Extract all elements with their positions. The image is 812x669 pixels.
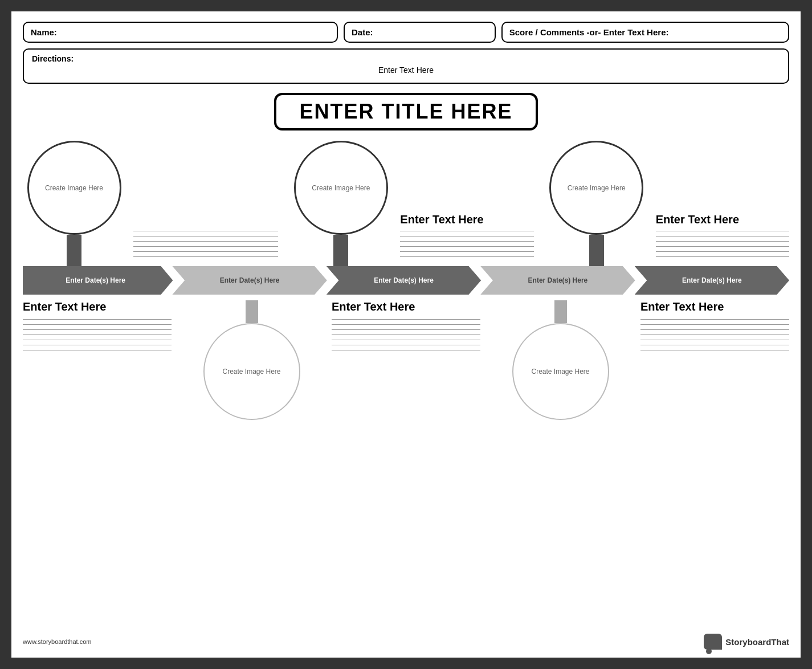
timeline-label-4: Enter Date(s) Here: [528, 276, 588, 284]
bottom-item-4: Create Image Here: [486, 300, 635, 460]
bottom-circle-2: Create Image Here: [512, 323, 609, 420]
title-area: ENTER TITLE HERE: [23, 93, 789, 130]
timeline-label-1: Enter Date(s) Here: [66, 276, 125, 284]
section-title-2: Enter Text Here: [400, 213, 533, 226]
section-title-3: Enter Text Here: [656, 213, 789, 226]
timeline-arrow-5: Enter Date(s) Here: [635, 266, 789, 295]
circle-2: Create Image Here: [294, 141, 388, 235]
lines-block-2: Enter Text Here: [392, 213, 533, 266]
timeline-arrow-3: Enter Date(s) Here: [327, 266, 481, 295]
footer-url: www.storyboardthat.com: [23, 638, 91, 645]
circle-2-text: Create Image Here: [312, 184, 370, 192]
bottom-circle-1-text: Create Image Here: [222, 368, 280, 376]
timeline-label-3: Enter Date(s) Here: [374, 276, 434, 284]
bottom-circle-1: Create Image Here: [203, 323, 300, 420]
bottom-trunk-1: [246, 300, 258, 323]
timeline-arrow-2: Enter Date(s) Here: [172, 266, 327, 295]
bottom-item-2: Create Image Here: [177, 300, 326, 460]
circle-3: Create Image Here: [549, 141, 643, 235]
bottom-item-1: Enter Text Here: [23, 300, 177, 460]
circle-3-text: Create Image Here: [568, 184, 626, 192]
trunk-2: [333, 235, 348, 266]
bottom-item-5: Enter Text Here: [635, 300, 789, 460]
name-label: Name:: [31, 27, 57, 37]
circle-1-text: Create Image Here: [45, 184, 103, 192]
timeline-label-5: Enter Date(s) Here: [682, 276, 742, 284]
bottom-item-3: Enter Text Here: [326, 300, 486, 460]
footer-brand: StoryboardThat: [704, 634, 789, 650]
bottom-trunk-2: [554, 300, 567, 323]
score-label: Score / Comments -or- Enter Text Here:: [509, 27, 669, 37]
timeline-label-2: Enter Date(s) Here: [220, 276, 280, 284]
lines-block-3: Enter Text Here: [648, 213, 789, 266]
brand-name: StoryboardThat: [725, 637, 789, 647]
trunk-3: [589, 235, 604, 266]
circle-1: Create Image Here: [27, 141, 121, 235]
score-field[interactable]: Score / Comments -or- Enter Text Here:: [501, 22, 789, 43]
tree-item-2: Create Image Here Enter Text Here: [278, 141, 533, 266]
main-title[interactable]: ENTER TITLE HERE: [274, 93, 537, 130]
bottom-title-5: Enter Text Here: [640, 300, 789, 313]
footer: www.storyboardthat.com StoryboardThat: [23, 634, 789, 650]
timeline-row: Enter Date(s) Here Enter Date(s) Here En…: [23, 266, 789, 295]
date-label: Date:: [352, 27, 373, 37]
bottom-title-1: Enter Text Here: [23, 300, 172, 313]
tree-item-3: Create Image Here Enter Text Here: [534, 141, 789, 266]
storyboardthat-icon: [704, 634, 722, 650]
lines-block-1: [125, 231, 278, 266]
trunk-1: [67, 235, 81, 266]
timeline-arrow-4: Enter Date(s) Here: [480, 266, 635, 295]
header-row: Name: Date: Score / Comments -or- Enter …: [23, 22, 789, 43]
timeline-arrow-1: Enter Date(s) Here: [23, 266, 173, 295]
directions-label: Directions:: [32, 54, 780, 63]
directions-box: Directions: Enter Text Here: [23, 48, 789, 84]
bottom-row: Enter Text Here Create Image Here Enter …: [23, 300, 789, 460]
date-field[interactable]: Date:: [344, 22, 496, 43]
page: Name: Date: Score / Comments -or- Enter …: [11, 11, 801, 658]
name-field[interactable]: Name:: [23, 22, 338, 43]
directions-text: Enter Text Here: [32, 66, 780, 75]
bottom-title-3: Enter Text Here: [332, 300, 480, 313]
bottom-circle-2-text: Create Image Here: [531, 368, 589, 376]
tree-item-1: Create Image Here: [23, 141, 278, 266]
